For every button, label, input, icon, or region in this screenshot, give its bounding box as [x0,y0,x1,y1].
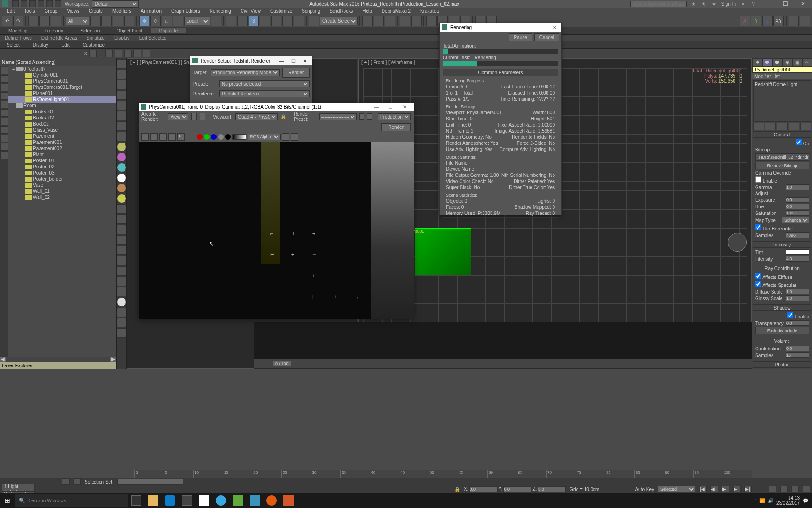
save-icon[interactable] [141,133,149,141]
cancel-button[interactable]: Cancel [534,33,559,41]
strip-btn[interactable] [117,266,126,276]
coord-select[interactable]: Local [184,17,210,25]
strip-btn[interactable] [117,152,126,162]
strip-btn[interactable] [117,121,126,131]
strip-btn[interactable] [117,204,126,214]
sel-display[interactable]: Display [28,42,53,48]
scene-tree[interactable]: –0 (default)Cylinder001PhysCamera001Phys… [8,66,116,357]
tree-row[interactable]: PhysCamera001 [8,78,116,84]
sec-icon[interactable] [133,50,141,57]
tab-motion[interactable]: ◉ [782,58,792,67]
strip-btn[interactable] [117,142,126,151]
sel-select[interactable]: Select [2,42,24,48]
strip-btn[interactable] [117,225,126,234]
exclude-button[interactable]: Exclude/Include [755,327,809,334]
timeline-tick[interactable]: 65 [517,470,547,478]
signin-link[interactable]: Sign In [721,1,736,7]
app-icon[interactable] [229,493,246,508]
timeline-tick[interactable]: 25 [281,470,311,478]
flip-checkbox[interactable]: Flip Horizontal [755,224,793,231]
pause-button[interactable]: Pause [509,33,532,41]
menu-civil[interactable]: Civil View [236,8,265,14]
channel-r[interactable] [197,134,203,140]
timeline-tick[interactable]: 5 [164,470,194,478]
alpha-select[interactable]: RGB Alpha [248,134,281,140]
strip-btn[interactable] [117,132,126,141]
tree-row[interactable]: –0 (default) [8,66,116,72]
sr-sim[interactable]: Simulate [82,35,109,40]
redo-button[interactable]: ↷ [13,16,23,26]
affects-diffuse-cb[interactable]: Affects Diffuse [755,273,792,280]
close-button[interactable]: ✕ [796,0,810,7]
rotate-button[interactable]: ⟳ [150,16,161,26]
z-input[interactable] [538,486,566,492]
app-icon[interactable] [280,493,297,508]
bt-icon[interactable] [73,478,81,485]
channel-mono[interactable] [225,134,231,140]
strip-btn[interactable] [117,318,126,327]
link-button[interactable] [28,16,39,26]
nav-btn[interactable] [780,486,788,492]
tab-modify[interactable]: ⚈ [762,58,772,67]
strip-btn[interactable] [117,80,126,89]
filter-btn[interactable] [0,92,8,100]
toggle-btn[interactable] [282,133,289,141]
channel-a[interactable] [218,134,224,140]
titlebar-btn[interactable] [29,0,36,7]
icon-star[interactable]: ★ [711,0,718,7]
strip-btn[interactable] [117,235,126,245]
tool-button[interactable] [260,16,270,26]
tree-row[interactable]: Books_02 [8,115,116,121]
renderer-select[interactable]: Redshift Renderer [219,90,310,97]
lock-icon[interactable]: 🔒 [281,114,286,119]
strip-btn[interactable] [117,277,126,286]
timeline-tick[interactable]: 55 [458,470,487,478]
clear-icon[interactable] [168,133,176,141]
lock-icon[interactable]: 🔒 [454,487,460,492]
minimize-button[interactable]: — [760,0,774,7]
goto-start-button[interactable]: |◀ [699,486,707,492]
timeline-tick[interactable]: 45 [399,470,429,478]
glossy-scale-input[interactable] [786,295,809,301]
tree-row[interactable]: Plant [8,151,116,158]
filter-btn[interactable] [0,84,8,91]
edge-icon[interactable] [162,493,179,508]
stack-btn[interactable] [800,123,811,130]
timeline-tick[interactable]: 95 [693,470,723,478]
scale-button[interactable]: □ [162,16,172,26]
ribbon-freeform[interactable]: Freeform [36,28,72,33]
rfw-render-button[interactable]: Render [381,123,411,131]
contribution-input[interactable] [786,346,809,351]
strip-btn[interactable] [117,163,126,172]
samples-input[interactable] [786,232,809,238]
timeline-tick[interactable]: 15 [223,470,252,478]
rpreset-select[interactable]: ------------------ [319,113,357,120]
tool-button[interactable] [426,16,437,26]
nav-btn[interactable] [769,486,776,492]
gear-icon[interactable] [359,113,365,120]
rollout-volume[interactable]: Volume [753,338,811,344]
scene-header[interactable]: Name (Sorted Ascending) [0,58,116,66]
menu-customize[interactable]: Customize [265,8,297,14]
filter-btn[interactable] [0,151,8,159]
unlink-button[interactable] [39,16,50,26]
sr-flows[interactable]: Define Flows [0,35,37,40]
move-button[interactable]: ✥ [139,16,149,26]
titlebar-btn[interactable] [12,0,19,7]
tool-button[interactable] [271,16,281,26]
area-btn[interactable] [191,113,197,120]
maximize-icon[interactable]: ☐ [291,58,296,64]
ribbon-populate[interactable]: Populate [151,28,186,33]
tool-button[interactable] [282,16,293,26]
selected-light-gizmo[interactable] [415,228,471,275]
filter-btn[interactable] [0,109,8,117]
prod-select[interactable]: Production [378,113,411,120]
titlebar-btn[interactable] [38,0,44,7]
tool-button[interactable] [124,16,134,26]
tree-row[interactable]: Cylinder001 [8,72,116,78]
menu-graph[interactable]: Graph Editors [166,8,205,14]
autokey-button[interactable]: Auto Key [635,487,654,492]
next-frame-button[interactable]: ▶ [733,486,741,492]
strip-btn[interactable] [117,214,126,224]
filter-select[interactable]: All [66,17,89,25]
